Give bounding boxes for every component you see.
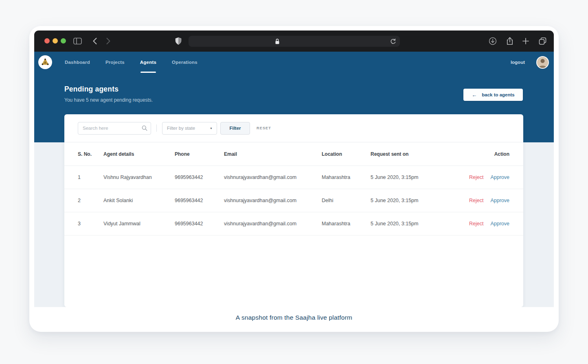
nav-item-label: Agents [140, 60, 156, 65]
nav-item[interactable]: Projects [105, 52, 125, 73]
back-to-agents-label: back to agents [482, 92, 515, 97]
back-to-agents-button[interactable]: ← back to agents [463, 89, 523, 101]
reset-button[interactable]: RESET [257, 126, 271, 130]
pending-agents-card: Filter by state ▼ Filter RESET S. No. Ag… [64, 114, 523, 307]
browser-window: Dashboard Projects Agents [34, 31, 554, 307]
cell-location: Delhi [322, 198, 371, 203]
back-icon[interactable] [92, 37, 97, 45]
approve-link[interactable]: Approve [490, 198, 509, 203]
col-header-request-sent-on: Request sent on [371, 151, 448, 157]
cell-agent-name: Vidyut Jammwal [103, 221, 175, 227]
table-row: 1 Vishnu Rajyavardhan 9695963442 vishnur… [64, 166, 523, 189]
search-icon [142, 125, 147, 131]
forward-icon[interactable] [106, 37, 111, 45]
cell-sno: 1 [78, 174, 103, 180]
left-arrow-icon: ← [472, 92, 477, 98]
cell-action: Reject Approve [448, 221, 509, 227]
reject-link[interactable]: Reject [469, 198, 483, 203]
filter-button[interactable]: Filter [220, 122, 250, 135]
cell-phone: 9695963442 [175, 174, 224, 180]
col-header-email: Email [224, 151, 322, 157]
table-row: 3 Vidyut Jammwal 9695963442 vishnurajyav… [64, 212, 523, 235]
cell-email: vishnurajyavardhan@gmail.com [224, 221, 322, 227]
cell-location: Maharashtra [322, 174, 371, 180]
nav-items: Dashboard Projects Agents [65, 52, 197, 73]
cell-agent-name: Ankit Solanki [103, 198, 175, 203]
user-avatar[interactable] [536, 56, 549, 69]
saajha-logo-icon[interactable] [38, 55, 52, 69]
approve-link[interactable]: Approve [490, 221, 509, 227]
approve-link[interactable]: Approve [490, 174, 509, 180]
sidebar-toggle-icon[interactable] [73, 38, 82, 45]
nav-item-label: Operations [172, 60, 197, 65]
cell-phone: 9695963442 [175, 198, 224, 203]
share-icon[interactable] [505, 37, 514, 46]
reject-link[interactable]: Reject [469, 221, 483, 227]
col-header-sno: S. No. [78, 151, 103, 157]
reject-link[interactable]: Reject [469, 174, 483, 180]
new-tab-icon[interactable] [522, 37, 529, 45]
framed-screenshot-card: Dashboard Projects Agents [29, 26, 559, 332]
cell-phone: 9695963442 [175, 221, 224, 227]
table-body: 1 Vishnu Rajyavardhan 9695963442 vishnur… [64, 166, 523, 235]
zoom-window-button[interactable] [61, 38, 66, 44]
cell-action: Reject Approve [448, 198, 509, 203]
cell-action: Reject Approve [448, 174, 509, 180]
state-filter-value: Filter by state [167, 126, 195, 131]
window-controls [44, 38, 66, 44]
navbar: Dashboard Projects Agents [34, 52, 554, 73]
table-row: 2 Ankit Solanki 9695963442 vishnurajyava… [64, 189, 523, 212]
col-header-action: Action [448, 151, 509, 157]
cell-location: Maharashtra [322, 221, 371, 227]
cell-request-sent-on: 5 June 2020, 3:15pm [371, 174, 448, 180]
col-header-agent-details: Agent details [103, 151, 175, 157]
search-box [78, 122, 151, 135]
cell-request-sent-on: 5 June 2020, 3:15pm [371, 221, 448, 227]
state-filter-select[interactable]: Filter by state ▼ [162, 122, 217, 135]
navbar-right: logout [511, 52, 549, 73]
cell-email: vishnurajyavardhan@gmail.com [224, 174, 322, 180]
nav-item[interactable]: Operations [172, 52, 197, 73]
minimize-window-button[interactable] [53, 38, 58, 44]
nav-item[interactable]: Dashboard [65, 52, 90, 73]
close-window-button[interactable] [44, 38, 50, 44]
filter-bar: Filter by state ▼ Filter RESET [64, 114, 523, 142]
nav-item-label: Projects [105, 60, 125, 65]
reload-icon[interactable] [390, 38, 396, 44]
cell-email: vishnurajyavardhan@gmail.com [224, 198, 322, 203]
lock-icon [275, 38, 280, 44]
nav-item[interactable]: Agents [140, 52, 156, 73]
logout-button[interactable]: logout [511, 60, 525, 65]
browser-chrome-bar [34, 31, 554, 52]
cell-agent-name: Vishnu Rajyavardhan [103, 174, 175, 180]
nav-item-label: Dashboard [65, 60, 90, 65]
search-input[interactable] [78, 122, 151, 135]
screenshot-caption: A snapshot from the Saajha live platform [29, 314, 559, 321]
col-header-location: Location [322, 151, 371, 157]
table-header-row: S. No. Agent details Phone Email Locatio… [64, 142, 523, 166]
cell-sno: 2 [78, 198, 103, 203]
active-tab-underline [140, 72, 156, 73]
cell-sno: 3 [78, 221, 103, 227]
filter-divider [156, 124, 157, 132]
shield-icon[interactable] [175, 37, 182, 45]
chevron-down-icon: ▼ [210, 127, 213, 130]
cell-request-sent-on: 5 June 2020, 3:15pm [371, 198, 448, 203]
downloads-icon[interactable] [489, 37, 497, 45]
page-background: { "colors": { "brand_blue": "#155380", "… [0, 0, 588, 364]
tab-overview-icon[interactable] [538, 37, 547, 46]
address-bar[interactable] [189, 36, 400, 47]
col-header-phone: Phone [175, 151, 224, 157]
